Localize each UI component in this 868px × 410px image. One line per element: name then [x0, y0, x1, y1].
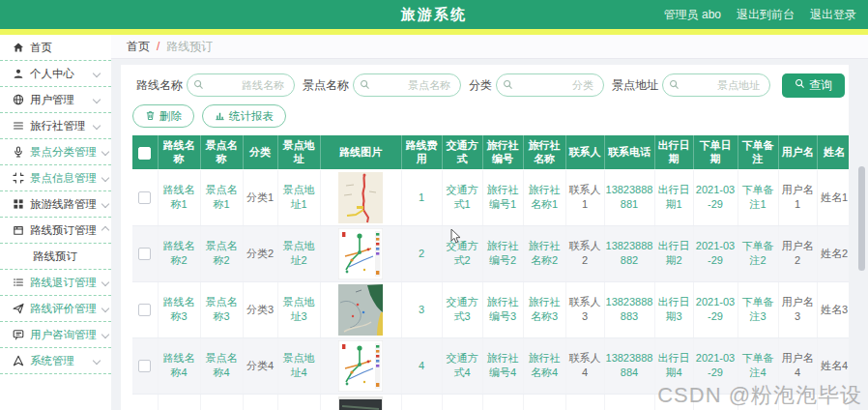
route-image-cell [320, 169, 401, 225]
route-image-cell [320, 394, 401, 410]
cell-agency_name: 旅行社名称2 [523, 225, 565, 281]
content-panel: 路线名称景点名称分类景点地址查询 删除 统计报表 路线名称景点名称分 [121, 65, 849, 410]
cell-address: 景点地址3 [277, 281, 320, 337]
route-image[interactable] [322, 340, 400, 392]
delete-button[interactable]: 删除 [132, 104, 194, 128]
sidebar-item[interactable]: 景点信息管理 [0, 165, 111, 191]
table-header-row: 路线名称景点名称分类景点地址路线图片路线费用交通方式旅行社编号旅行社名称联系人联… [132, 135, 849, 169]
sidebar-item[interactable]: 用户咨询管理 [0, 322, 111, 348]
send-icon [13, 303, 24, 314]
breadcrumb: 首页 / 路线预订 [111, 35, 868, 59]
sidebar-item-label: 路线预订 [33, 249, 77, 264]
sidebar-item[interactable]: 路线评价管理 [0, 296, 111, 322]
row-checkbox[interactable] [138, 360, 151, 372]
sidebar-item-label: 景点信息管理 [30, 171, 97, 186]
cell-route_name: 路线名称3 [158, 281, 200, 337]
sidebar-item[interactable]: 景点分类管理 [0, 139, 111, 165]
cell-price [401, 394, 442, 410]
user-icon [13, 68, 24, 79]
row-checkbox-cell [132, 337, 158, 394]
row-checkbox-cell [132, 169, 158, 225]
report-button[interactable]: 统计报表 [202, 104, 286, 128]
cell-price: 1 [401, 169, 442, 225]
cell-username: 用户名1 [778, 169, 817, 225]
sidebar-subitem[interactable]: 路线预订 [0, 244, 111, 270]
cell-contact [565, 394, 604, 410]
list-icon [13, 120, 24, 132]
sidebar-item-label: 景点分类管理 [30, 145, 97, 160]
trash-icon [145, 110, 156, 123]
sidebar-item[interactable]: 用户管理 [0, 87, 111, 113]
cell-order_date: 2021-03-29 [693, 169, 738, 225]
cell-agency_no: 旅行社编号2 [482, 225, 523, 281]
route-image[interactable] [322, 396, 400, 410]
box-icon [13, 224, 24, 236]
sidebar-item[interactable]: 系统管理 [0, 348, 111, 374]
sidebar-item[interactable]: 个人中心 [0, 61, 111, 87]
row-checkbox[interactable] [138, 191, 151, 204]
select-all-checkbox[interactable] [138, 147, 151, 160]
cell-contact: 联系人4 [565, 337, 604, 394]
logout-link[interactable]: 退出登录 [810, 7, 856, 23]
column-header: 联系电话 [604, 135, 654, 169]
cell-address: 景点地址2 [277, 225, 320, 281]
row-checkbox[interactable] [138, 304, 151, 316]
sidebar-item-label: 个人中心 [30, 67, 74, 81]
cell-category: 分类1 [243, 169, 277, 225]
chevron-down-icon [101, 278, 109, 286]
sidebar-item-label: 用户咨询管理 [30, 328, 97, 342]
toolbar: 删除 统计报表 [132, 104, 837, 128]
sidebar-item[interactable]: 路线退订管理 [0, 270, 111, 296]
column-header: 出行日期 [654, 135, 693, 169]
route-image[interactable] [322, 228, 400, 279]
chevron-down-icon [93, 357, 101, 365]
sidebar-item[interactable]: 旅游线路管理 [0, 191, 111, 218]
chevron-down-icon [93, 70, 101, 77]
sidebar-item-label: 旅游线路管理 [30, 197, 97, 212]
cell-travel_date: 出行日期3 [654, 281, 693, 337]
delete-button-label: 删除 [159, 109, 182, 124]
route-image-cell [320, 337, 401, 394]
chevron-down-icon [101, 174, 109, 182]
current-user-label: 管理员 abo [664, 7, 721, 23]
row-checkbox-cell [132, 281, 158, 337]
exit-to-front-link[interactable]: 退出到前台 [737, 7, 795, 23]
filter-input-wrapper [496, 73, 604, 97]
sidebar-item[interactable]: 旅行社管理 [0, 113, 111, 139]
filter-label: 景点地址 [612, 77, 658, 94]
cell-order_note: 下单备注1 [738, 169, 778, 225]
search-icon [503, 79, 513, 93]
sidebar-item[interactable]: 路线预订管理 [0, 218, 111, 244]
sidebar-item-label: 用户管理 [30, 93, 74, 107]
column-header: 分类 [243, 135, 277, 169]
cell-category [243, 394, 277, 410]
scrollbar-thumb[interactable] [858, 166, 865, 271]
cell-username: 用户名2 [778, 225, 817, 281]
column-header: 联系人 [565, 135, 604, 169]
globe-icon [13, 94, 24, 105]
cell-contact: 联系人2 [565, 225, 604, 281]
cell-contact_phone: 13823888882 [604, 225, 654, 281]
cell-price: 3 [401, 281, 442, 337]
search-button[interactable]: 查询 [782, 73, 845, 98]
sidebar-item[interactable]: 首页 [0, 35, 111, 61]
row-checkbox-cell [132, 225, 158, 281]
cell-transport: 交通方式2 [442, 225, 482, 281]
route-image[interactable] [322, 284, 400, 336]
mic-icon [13, 146, 24, 158]
sidebar: 首页个人中心用户管理旅行社管理景点分类管理景点信息管理旅游线路管理路线预订管理路… [0, 35, 111, 410]
route-image[interactable] [322, 172, 400, 223]
crop-icon [13, 172, 24, 184]
cell-agency_name: 旅行社名称4 [523, 337, 565, 394]
cell-spot_name: 景点名称3 [200, 281, 243, 337]
cell-agency_no [482, 394, 523, 410]
sidebar-item-label: 系统管理 [30, 354, 74, 368]
row-checkbox[interactable] [138, 248, 151, 260]
cell-agency_name: 旅行社名称3 [523, 281, 565, 337]
table-row: 路线名称3景点名称3分类3景点地址33交通方式3旅行社编号3旅行社名称3联系人3… [132, 281, 849, 337]
cell-spot_name: 景点名称1 [200, 169, 243, 225]
breadcrumb-home[interactable]: 首页 [127, 39, 150, 55]
cell-address [277, 394, 320, 410]
table-row: 路线名称2景点名称2分类2景点地址22交通方式2旅行社编号2旅行社名称2联系人2… [132, 225, 849, 281]
cell-transport: 交通方式4 [442, 337, 482, 394]
